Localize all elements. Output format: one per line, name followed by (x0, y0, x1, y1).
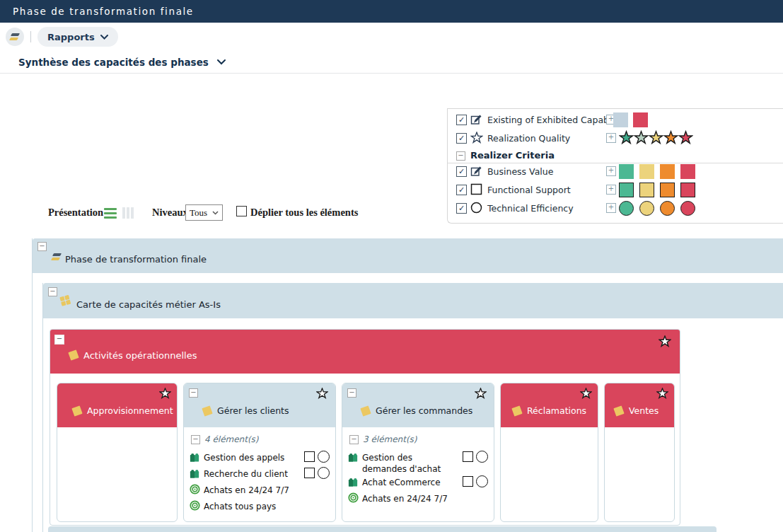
element-label: Achat eCommerce (362, 476, 441, 488)
legend-checkbox[interactable]: ✓ (456, 166, 467, 177)
expand-all-label: Déplier tous les éléments (250, 207, 358, 219)
star-rating-icon[interactable] (475, 388, 487, 399)
legend-row-realization-quality: ✓ Realization Quality + (448, 130, 783, 147)
card-title: Gérer les commandes (376, 405, 472, 416)
star-rating-icon[interactable] (316, 388, 328, 399)
legend-panel: ✓ Existing of Exhibited Capability + ✓ R… (447, 108, 783, 224)
legend-label: Existing of Exhibited Capability (487, 115, 625, 125)
legend-section-label: Realizer Criteria (470, 150, 555, 161)
collapse-toggle[interactable]: − (54, 335, 64, 345)
capability-card-gerer-les-clients[interactable]: − Gérer les clients − 4 élément(s) (183, 383, 336, 522)
list-item[interactable]: Achats en 24/24 7/7 (348, 491, 489, 507)
element-indicators (463, 475, 488, 487)
technical-efficiency-indicator (476, 475, 488, 487)
capability-card-reclamations[interactable]: Réclamations (500, 383, 598, 522)
star-outline-icon (470, 132, 482, 144)
collapse-toggle[interactable]: − (349, 435, 359, 444)
collapse-toggle[interactable]: − (37, 242, 47, 251)
circle-outline-icon (470, 202, 482, 214)
phase-band-header[interactable]: − Phase de transformation finale (33, 238, 783, 273)
element-label: Achats tous pays (204, 500, 276, 512)
capability-note-icon (202, 405, 212, 416)
capability-group: − Activités opérationnelles Approvisionn… (50, 329, 680, 526)
expand-toggle[interactable]: + (606, 166, 616, 176)
element-label: Gestion des demandes d'achat (362, 451, 446, 475)
list-item[interactable]: Recherche du client (190, 466, 331, 482)
legend-label: Realization Quality (487, 133, 570, 144)
star-rating-icon[interactable] (580, 388, 592, 399)
card-title: Approvisionnement (87, 405, 173, 416)
goal-target-icon (190, 500, 200, 511)
functional-support-swatch (660, 183, 675, 197)
window-title: Phase de transformation finale (13, 6, 194, 17)
columns-presentation-icon[interactable] (122, 207, 135, 219)
capability-note-icon (360, 405, 371, 416)
edit-icon (470, 113, 482, 125)
list-item[interactable]: Achats en 24/24 7/7 (190, 482, 331, 499)
levels-select[interactable]: Tous (185, 204, 223, 221)
capability-note-icon (71, 405, 82, 416)
capability-card-ventes[interactable]: Ventes (604, 383, 675, 522)
next-band-partial[interactable] (48, 526, 717, 532)
star-rating-icon[interactable] (659, 335, 671, 347)
report-title-dropdown[interactable]: Synthèse des capacités des phases (18, 57, 226, 68)
capability-card-gerer-les-commandes[interactable]: − Gérer les commandes − 3 élément(s) (342, 383, 494, 522)
capability-card-approvisionnement[interactable]: Approvisionnement (57, 383, 178, 522)
legend-checkbox[interactable]: ✓ (456, 115, 467, 125)
legend-checkbox[interactable]: ✓ (456, 203, 467, 214)
list-item[interactable]: Achats tous pays (190, 499, 331, 515)
list-item[interactable]: Achat eCommerce (348, 475, 489, 491)
capability-note-icon (68, 349, 79, 360)
element-count-row: − 3 élément(s) (349, 434, 417, 444)
group-header[interactable]: − Activités opérationnelles (50, 330, 680, 374)
element-indicators (304, 451, 330, 463)
collapse-toggle[interactable]: − (189, 388, 198, 398)
capability-note-icon (511, 405, 522, 416)
legend-label: Functional Support (487, 185, 571, 195)
business-value-swatch (660, 164, 675, 179)
expand-toggle[interactable]: + (606, 133, 616, 143)
collapse-toggle[interactable]: − (191, 435, 200, 444)
technical-efficiency-indicator (476, 451, 488, 463)
star-rating-icon[interactable] (159, 388, 171, 399)
application-puzzle-icon (190, 468, 200, 479)
card-header: Ventes (605, 383, 674, 427)
collapse-toggle[interactable]: − (48, 287, 57, 296)
star-rating-icon[interactable] (656, 388, 668, 399)
expand-toggle[interactable]: + (606, 203, 616, 213)
element-label: Recherche du client (204, 468, 288, 480)
card-title: Ventes (629, 405, 659, 416)
legend-checkbox[interactable]: ✓ (456, 185, 467, 195)
functional-support-indicator (463, 451, 473, 462)
functional-support-swatch (639, 183, 654, 197)
legend-row-technical-efficiency: ✓ Technical Efficiency + (448, 200, 783, 217)
list-item[interactable]: Gestion des demandes d'achat (348, 450, 489, 475)
element-count-label: 3 élément(s) (363, 434, 417, 444)
phase-icon (51, 253, 63, 262)
reports-menu-button[interactable]: Rapports (37, 27, 118, 47)
expand-toggle[interactable]: + (606, 185, 616, 195)
expand-all-checkbox[interactable] (236, 206, 247, 216)
application-puzzle-icon (190, 451, 200, 463)
list-presentation-icon[interactable] (104, 208, 117, 219)
list-item[interactable]: Gestion des appels (190, 450, 331, 466)
technical-efficiency-swatch (680, 201, 695, 216)
element-count-row: − 4 élément(s) (191, 434, 259, 444)
technical-efficiency-swatch (639, 201, 654, 216)
capability-map-band-header[interactable]: − Carte de capacités métier As-Is (43, 283, 783, 318)
technical-efficiency-indicator (318, 451, 330, 463)
functional-support-indicator (304, 451, 315, 462)
legend-label: Technical Efficiency (487, 203, 574, 214)
collapse-toggle[interactable]: − (347, 388, 356, 398)
star-icon (678, 130, 693, 145)
collapse-toggle[interactable]: − (456, 151, 465, 161)
capability-map-icon (59, 294, 72, 307)
legend-checkbox[interactable]: ✓ (456, 133, 467, 144)
group-title: Activités opérationnelles (83, 350, 197, 361)
application-puzzle-icon (348, 476, 359, 487)
technical-efficiency-indicator (318, 467, 330, 479)
app-logo[interactable] (6, 28, 24, 46)
card-header: − Gérer les commandes (342, 383, 494, 427)
capability-note-icon (613, 405, 624, 416)
goal-target-icon (190, 484, 200, 495)
